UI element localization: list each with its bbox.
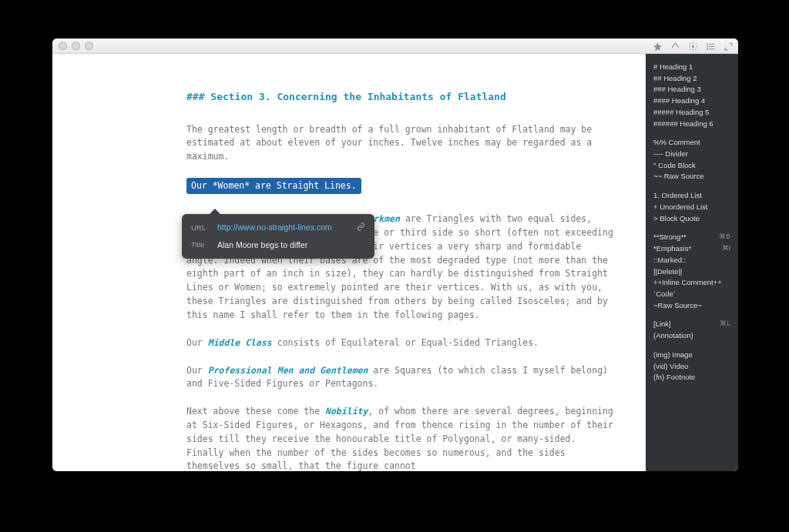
cheatsheet-media: (img) Image(vid) Video(fn) Footnote [653,350,730,383]
star-icon[interactable] [653,38,663,53]
heading-marker: ### [186,91,204,102]
content-area: ### Section 3. Concerning the Inhabitant… [52,54,738,471]
cheatsheet-item[interactable]: (vid) Video [653,361,730,373]
cheatsheet-item[interactable]: (fn) Footnote [653,372,730,383]
heading-3[interactable]: ### Section 3. Concerning the Inhabitant… [186,89,618,105]
cheatsheet-block: %% Comment---- Divider'' Code Block~~ Ra… [653,137,730,182]
p5-em: Nobility [325,406,368,417]
cheatsheet-item[interactable]: + Unordered List [653,202,730,213]
editor[interactable]: ### Section 3. Concerning the Inhabitant… [52,54,646,471]
svg-point-6 [707,49,708,49]
shortcut-label: ⌘I [722,243,730,253]
p3-pre: Our [186,337,208,348]
share-icon[interactable] [670,38,680,53]
cheatsheet-item[interactable]: 1. Ordered List [653,190,730,202]
link-line: Our *Women* are Straight Lines. [186,178,618,199]
svg-point-4 [707,44,708,45]
cheatsheet-item[interactable]: (img) Image [653,350,730,361]
cheatsheet-item[interactable]: > Block Quote [653,213,730,225]
cheatsheet-links: [Link]⌘L(Annotation) [653,319,730,341]
cheatsheet-item[interactable]: %% Comment [653,137,730,149]
paragraph-4[interactable]: Our Professional Men and Gentlemen are S… [186,364,618,392]
cheatsheet-item[interactable]: '' Code Block [653,160,730,172]
paragraph-3[interactable]: Our Middle Class consists of Equilateral… [186,336,618,350]
gear-icon[interactable] [688,38,698,53]
selected-link-text: Our *Women* are Straight Lines. [191,180,357,191]
cheatsheet-item[interactable]: ||Delete|| [653,266,730,278]
cheatsheet-item[interactable]: ## Heading 2 [653,73,730,85]
popover-title-label: Title [191,239,217,250]
document: ### Section 3. Concerning the Inhabitant… [186,89,618,471]
cheatsheet-item[interactable]: ---- Divider [653,149,730,160]
popover-url-label: URL [191,223,217,233]
cheatsheet-headings: # Heading 1## Heading 2### Heading 3####… [653,62,730,129]
minimize-window-button[interactable] [72,42,80,50]
cheatsheet-lists: 1. Ordered List+ Unordered List> Block Q… [653,190,730,224]
shortcut-label: ⌘B [719,232,730,242]
popover-title-input[interactable]: Alan Moore begs to differ [217,239,365,252]
paragraph-5[interactable]: Next above these come the Nobility, of w… [186,405,618,471]
expand-icon[interactable] [724,38,734,53]
link-icon[interactable] [357,222,365,235]
cheatsheet-item[interactable]: ##### Heading 5 [653,107,730,119]
traffic-lights [59,42,93,50]
svg-point-5 [707,46,708,47]
p3-post: consists of Equilateral or Equal-Sided T… [272,337,539,348]
app-window: ### Section 3. Concerning the Inhabitant… [52,38,738,471]
popover-url-input[interactable]: http://www.no-straight-lines.com [217,222,354,234]
link-popover: URL http://www.no-straight-lines.com Tit… [182,214,374,259]
cheatsheet-item[interactable]: `Code` [653,289,730,300]
cheatsheet-item[interactable]: ###### Heading 6 [653,119,730,130]
selected-link[interactable]: Our *Women* are Straight Lines. [186,178,361,194]
zoom-window-button[interactable] [85,42,93,50]
cheatsheet-inline: **Strong**⌘B*Emphasis*⌘I::Marked::||Dele… [653,232,730,311]
close-window-button[interactable] [59,42,67,50]
p4-em: Professional Men and Gentlemen [208,365,368,376]
cheatsheet-item[interactable]: [Link]⌘L [653,319,730,330]
cheatsheet-item[interactable]: # Heading 1 [653,62,730,73]
list-icon[interactable] [706,38,716,53]
cheatsheet-item[interactable]: **Strong**⌘B [653,232,730,243]
cheatsheet-item[interactable]: #### Heading 4 [653,95,730,107]
cheatsheet-item[interactable]: ++Inline Comment++ [653,277,730,289]
paragraph-1[interactable]: The greatest length or breadth of a full… [186,123,618,164]
cheatsheet-item[interactable]: (Annotation) [653,330,730,342]
cheatsheet-item[interactable]: ~~ Raw Source [653,171,730,182]
cheatsheet-sidebar: # Heading 1## Heading 2### Heading 3####… [646,54,738,471]
cheatsheet-item[interactable]: ~Raw Source~ [653,300,730,312]
p4-pre: Our [186,365,208,376]
cheatsheet-item[interactable]: ::Marked:: [653,255,730,266]
cheatsheet-item[interactable]: ### Heading 3 [653,84,730,95]
shortcut-label: ⌘L [720,319,730,329]
titlebar [52,38,738,54]
heading-text: Section 3. Concerning the Inhabitants of… [210,91,506,102]
p3-em: Middle Class [208,337,272,348]
p5-pre: Next above these come the [186,406,325,417]
toolbar-right [653,38,734,53]
cheatsheet-item[interactable]: *Emphasis*⌘I [653,243,730,255]
svg-point-0 [692,45,694,48]
